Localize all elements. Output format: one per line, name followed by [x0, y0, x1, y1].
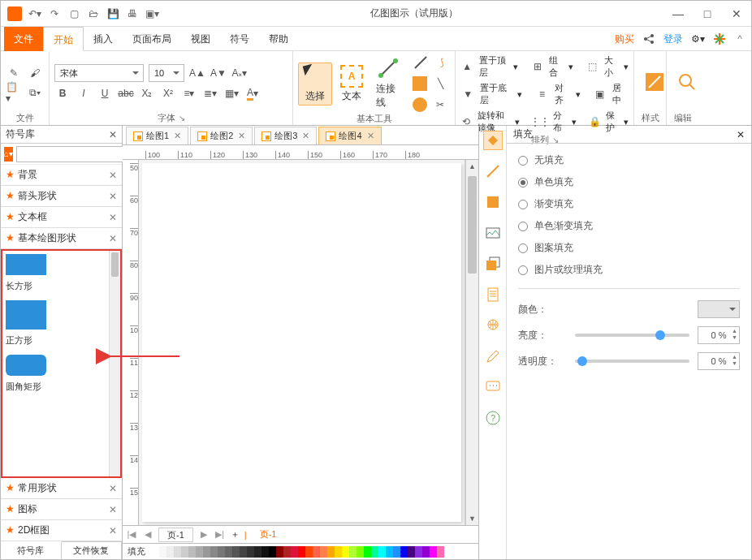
font-size-select[interactable]: 10	[149, 64, 184, 82]
tab-insert[interactable]: 插入	[84, 27, 123, 51]
underline-icon[interactable]: U	[97, 85, 113, 101]
page-tab[interactable]: 页-1	[158, 528, 193, 542]
doc-tab-close[interactable]: ✕	[302, 131, 309, 141]
font-name-select[interactable]: 宋体	[54, 64, 144, 82]
doc-tab-close[interactable]: ✕	[238, 131, 245, 141]
tab-symbol[interactable]: 符号	[220, 27, 259, 51]
tab-file[interactable]: 文件	[4, 27, 43, 51]
libcat-arrow[interactable]: ★箭头形状✕	[1, 186, 122, 207]
doc-tab-1[interactable]: 绘图1✕	[126, 127, 188, 144]
undo-icon[interactable]: ↶▾	[28, 7, 41, 20]
center-icon[interactable]: ▣	[593, 86, 607, 102]
fill-none[interactable]: 无填充	[518, 153, 740, 167]
close-button[interactable]: ✕	[728, 7, 745, 20]
highlight-icon[interactable]: ▦▾	[223, 85, 240, 101]
rp-globe-icon[interactable]	[483, 316, 503, 335]
increase-font-icon[interactable]: A▲	[189, 65, 205, 81]
rp-comment-icon[interactable]	[483, 377, 503, 397]
libcat-common[interactable]: ★常用形状✕	[1, 478, 122, 499]
open-icon[interactable]: 🗁	[87, 7, 100, 20]
shape-arc-icon[interactable]: ⟆	[434, 54, 450, 71]
align-icon[interactable]: ≡	[534, 86, 549, 102]
line-spacing-icon[interactable]: ≡▾	[181, 85, 197, 101]
tab-home[interactable]: 开始	[43, 27, 84, 51]
page-add[interactable]: ＋	[231, 528, 240, 541]
opacity-slider[interactable]	[575, 360, 689, 363]
edit-button[interactable]	[672, 70, 704, 96]
shape-square[interactable]: 正方形	[6, 300, 117, 347]
doc-tab-close[interactable]: ✕	[367, 131, 374, 141]
tool-select[interactable]: 选择	[298, 62, 332, 106]
app-menu-icon[interactable]	[712, 32, 725, 45]
shape-crop-icon[interactable]: ✂	[432, 97, 448, 113]
group-icon[interactable]: ⊞	[530, 58, 544, 75]
new-icon[interactable]: ▢	[67, 7, 80, 20]
left-tab-recovery[interactable]: 文件恢复	[62, 542, 123, 559]
library-home-icon[interactable]: ⌂▾	[4, 147, 13, 162]
shapes-scrollbar[interactable]	[109, 251, 120, 476]
libcat-basic-shapes[interactable]: ★基本绘图形状✕	[1, 228, 122, 249]
rp-help-icon[interactable]: ?	[483, 408, 503, 428]
tool-connector[interactable]: 连接线	[371, 56, 406, 111]
right-panel-close[interactable]: ✕	[737, 129, 745, 140]
canvas[interactable]	[139, 160, 465, 525]
library-panel-close[interactable]: ✕	[109, 129, 117, 140]
libcat-textbox[interactable]: ★文本框✕	[1, 207, 122, 228]
rp-shadow-icon[interactable]	[483, 192, 503, 212]
shape-square-icon[interactable]	[413, 76, 427, 91]
collapse-ribbon-icon[interactable]: ^	[733, 32, 746, 45]
left-tab-library[interactable]: 符号库	[1, 541, 62, 559]
fill-picture[interactable]: 图片或纹理填充	[518, 263, 740, 277]
library-search-input[interactable]	[16, 146, 136, 162]
send-back-icon[interactable]: ▼	[460, 86, 475, 102]
copy-icon[interactable]: ⧉▾	[27, 84, 43, 101]
bullet-list-icon[interactable]: ≣▾	[202, 85, 218, 101]
brush-icon[interactable]: 🖌	[27, 65, 43, 81]
shape-circle-icon[interactable]	[413, 97, 427, 112]
rp-layer-icon[interactable]	[483, 254, 503, 274]
libcat-icons[interactable]: ★图标✕	[1, 499, 122, 520]
opacity-value[interactable]: 0 %▲▼	[698, 352, 740, 370]
page-first[interactable]: |◀	[126, 529, 137, 540]
page-next[interactable]: ▶	[198, 529, 210, 540]
clear-format-icon[interactable]: Aₓ▾	[231, 65, 248, 81]
shape-rectangle[interactable]: 长方形	[6, 254, 117, 292]
libcat-background[interactable]: ★背景✕	[1, 165, 122, 186]
maximize-button[interactable]: □	[699, 7, 715, 20]
bold-icon[interactable]: B	[54, 85, 71, 101]
doc-tab-2[interactable]: 绘图2✕	[190, 127, 253, 144]
bring-front-icon[interactable]: ▲	[460, 58, 474, 75]
fill-solid-gradient[interactable]: 单色渐变填充	[518, 219, 740, 233]
shape-rounded-rect[interactable]: 圆角矩形	[6, 355, 117, 393]
fill-solid[interactable]: 单色填充	[518, 175, 740, 189]
print-icon[interactable]: 🖶	[126, 7, 139, 20]
rp-edit-icon[interactable]	[483, 347, 503, 366]
page-active[interactable]: 页-1	[252, 528, 285, 542]
brightness-value[interactable]: 0 %▲▼	[698, 326, 740, 344]
page-last[interactable]: ▶|	[214, 529, 226, 540]
settings-icon[interactable]: ⚙▾	[691, 32, 704, 45]
rp-line-icon[interactable]	[483, 162, 503, 181]
format-painter-icon[interactable]: ✎	[6, 65, 22, 81]
tool-text[interactable]: A 文本	[335, 63, 368, 105]
italic-icon[interactable]: I	[76, 85, 92, 101]
shape-diagonal-icon[interactable]: ╲	[432, 75, 448, 92]
page-prev[interactable]: ◀	[142, 529, 153, 540]
buy-link[interactable]: 购买	[615, 32, 634, 46]
rp-page-icon[interactable]	[483, 285, 503, 304]
size-icon[interactable]: ⬚	[586, 58, 599, 75]
color-swatches[interactable]	[152, 546, 444, 558]
font-dialog-launcher[interactable]: ↘	[179, 114, 185, 123]
doc-tab-3[interactable]: 绘图3✕	[254, 127, 317, 144]
doc-tab-4[interactable]: 绘图4✕	[318, 127, 381, 144]
tab-help[interactable]: 帮助	[259, 27, 298, 51]
subscript-icon[interactable]: X₂	[139, 85, 155, 101]
rp-fill-icon[interactable]	[483, 131, 503, 150]
tab-view[interactable]: 视图	[181, 27, 220, 51]
export-icon[interactable]: ▣▾	[145, 7, 158, 20]
save-icon[interactable]: 💾	[106, 7, 119, 20]
fill-gradient[interactable]: 渐变填充	[518, 197, 740, 211]
share-icon[interactable]	[642, 32, 655, 45]
fill-pattern[interactable]: 图案填充	[518, 241, 740, 255]
login-link[interactable]: 登录	[663, 32, 683, 46]
